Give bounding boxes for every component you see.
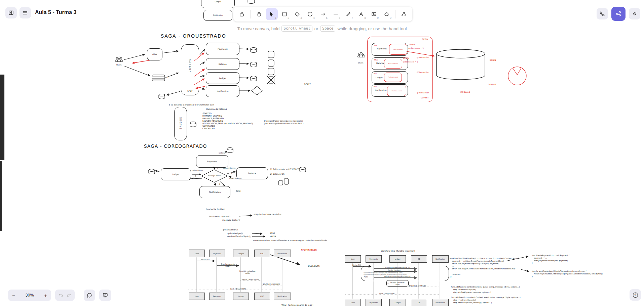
drawing-toolbar: 1 2 3 4 5 6 7 8 [233, 7, 412, 21]
hint-text: while dragging, or use the hand tool [337, 26, 407, 31]
seq1-actor[interactable]: CDC [254, 250, 270, 257]
seq1-actor[interactable]: Payments [209, 293, 225, 300]
draw-tool[interactable]: 7 [342, 8, 354, 20]
more-tools-button[interactable] [398, 8, 410, 20]
board-title[interactable]: Aula 5 - Turma 3 [35, 9, 76, 15]
main-menu-button[interactable] [20, 7, 31, 18]
coreo-balance-failure: balanceFailure [229, 177, 241, 180]
dual-line1: Dual write - update ? [209, 215, 230, 218]
rectangle-tool[interactable]: 2 [278, 8, 291, 20]
cursor-icon [269, 11, 275, 17]
line-icon [333, 11, 339, 17]
lock-open-icon [239, 11, 245, 17]
seq1-actor[interactable]: Notification [274, 293, 291, 300]
seq2-actor[interactable]: User [345, 299, 361, 306]
phone-icon [599, 11, 605, 17]
tx-pool-balance[interactable]: Pool conexoes [384, 59, 402, 69]
coreo-notification-box[interactable]: Notification [199, 186, 230, 198]
seq2-actor[interactable]: Payments [366, 299, 382, 306]
seq1-actor[interactable]: User [189, 250, 205, 257]
zoom-in-button[interactable]: + [44, 293, 47, 298]
tx-pool-notification[interactable]: Pool conexoes [387, 86, 406, 96]
decision-diamond [252, 86, 262, 95]
help-question-mark: ? [634, 293, 636, 297]
coreo-ledger-box[interactable]: Ledger [161, 168, 191, 180]
hand-tool[interactable] [253, 8, 265, 20]
topcut-notification-box[interactable]: Notification [203, 10, 232, 21]
redo-icon[interactable] [66, 293, 72, 298]
seq2-actor[interactable]: User [345, 255, 361, 263]
seq1-actor[interactable]: Ledger [233, 293, 249, 300]
sidebar-toggle-icon [8, 10, 14, 16]
tx-service-name: Payments [377, 47, 387, 50]
tx-pool-payments[interactable]: Pool conexoes [389, 44, 407, 55]
lock-tool[interactable] [236, 8, 248, 20]
left-partial-object-1[interactable] [0, 75, 5, 160]
service-box-notification[interactable]: Notification [206, 85, 239, 97]
seq1-actor[interactable]: CDC [254, 293, 270, 300]
comment-bubble-icon [86, 292, 92, 298]
tool-number: 2 [288, 16, 289, 19]
coreo-note2: 2) Balance OK [270, 173, 285, 175]
seq2-note-box[interactable]: Persistir e atualizar saldo [386, 280, 409, 287]
coreo-payments-box[interactable]: Payments [196, 155, 228, 168]
users-icon [358, 52, 365, 57]
left-partial-object-2[interactable] [0, 161, 2, 231]
service-box-ledger[interactable]: Ledger [206, 72, 239, 84]
tx-begin-right: BEGIN [490, 59, 496, 61]
seq2-actor[interactable]: Ledger [389, 299, 406, 306]
tx-begin-top: BEGIN [422, 38, 428, 41]
line-tool[interactable]: 6 [330, 8, 342, 20]
service-box-payments[interactable]: Payments [206, 43, 239, 55]
text-tool[interactable]: 8 [355, 8, 367, 20]
help-button[interactable]: ? [630, 289, 641, 301]
seq2-actor[interactable]: Notification [432, 255, 449, 263]
comments-button[interactable] [84, 290, 95, 301]
eraser-tool[interactable]: 0 [381, 8, 393, 20]
tx-users-label: Users [358, 62, 363, 64]
share-button[interactable] [611, 7, 626, 21]
topcut-ledger-box[interactable]: Ledger [201, 0, 235, 8]
canvas-hint: To move canvas, hold Scroll wheel or Spa… [0, 26, 644, 32]
tx-service-name: Ledger [376, 76, 383, 79]
seq1-actor[interactable]: User [189, 293, 205, 300]
undo-icon[interactable] [58, 293, 64, 298]
tx-pool-ledger[interactable]: Pool conexoes [384, 73, 402, 82]
open-sidebar-button[interactable] [5, 7, 17, 18]
seq2-actor[interactable]: Notification [432, 299, 449, 306]
seq2-persist-payment: Persist Payment [388, 269, 401, 271]
image-icon [371, 11, 377, 17]
selection-tool[interactable]: 1 [266, 8, 278, 20]
toolbar-divider [250, 10, 251, 18]
arrow-tool[interactable]: 5 [317, 8, 329, 20]
tx-update2: update users = 1 [403, 61, 418, 63]
service-box-balance[interactable]: Balance [206, 58, 239, 70]
pie-notch-shape [508, 67, 526, 85]
seq1-pix: Enviar PIX [201, 259, 210, 261]
gtw-box[interactable]: GTW [147, 48, 162, 60]
call-button[interactable] [597, 8, 608, 19]
diamond-tool[interactable]: 3 [291, 8, 303, 20]
tx-begin2: BEGIN [403, 57, 409, 59]
zoom-out-button[interactable]: − [12, 293, 15, 298]
coreo-note1: 1) Saldo - valor = POSTGRES [270, 168, 299, 171]
seq2-actor[interactable]: Payments [366, 255, 382, 263]
seq2-actor[interactable]: DB [411, 299, 427, 306]
seq1-cdc: Change Data Capture [241, 278, 259, 280]
present-button[interactable] [99, 290, 111, 301]
seq1-actor[interactable]: Ledger [233, 250, 249, 257]
coreo-n2: 2 [231, 172, 232, 175]
big-db-cylinder [437, 49, 485, 80]
seq1-actor[interactable]: Notification [274, 250, 291, 257]
image-tool[interactable]: 9 [368, 8, 380, 20]
zoom-control: − 30% + [8, 290, 51, 301]
zoom-level[interactable]: 30% [25, 293, 34, 298]
tool-number: 9 [377, 16, 379, 19]
seq2-actor[interactable]: Ledger [389, 255, 406, 263]
ellipse-tool[interactable]: 4 [304, 8, 316, 20]
orchestrator-box[interactable]: ORCHESTRATOR SPOF [181, 44, 199, 95]
seq2-actor[interactable]: DB [411, 255, 427, 263]
seq1-actor[interactable]: Payments [209, 250, 225, 257]
sm-orchestrator-box[interactable]: ORCHESTRATOR [174, 107, 187, 140]
collapse-panel-button[interactable] [629, 8, 640, 19]
